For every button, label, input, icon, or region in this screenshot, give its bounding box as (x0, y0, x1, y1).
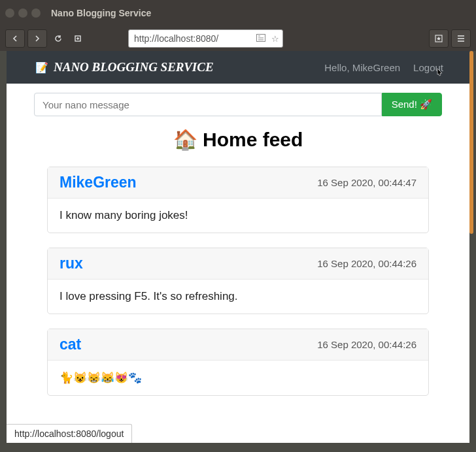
url-input[interactable] (129, 33, 254, 44)
post-timestamp: 16 Sep 2020, 00:44:26 (317, 339, 416, 350)
window-close-icon[interactable] (5, 8, 14, 18)
post-author-link[interactable]: rux (60, 255, 83, 272)
menu-button[interactable] (451, 29, 471, 48)
browser-toolbar: ☆ (0, 26, 476, 51)
reload-button[interactable] (50, 29, 67, 48)
feed-title: 🏠 Home feed (34, 128, 442, 151)
post-card: cat 16 Sep 2020, 00:44:26 🐈😺😸😹😻🐾 (47, 329, 429, 396)
status-bar: http://localhost:8080/logout (7, 424, 132, 443)
page-content: 📝 NANO BLOGGING SERVICE Hello, MikeGreen… (7, 51, 469, 443)
logout-link[interactable]: Logout (413, 62, 443, 73)
forward-button[interactable] (27, 29, 47, 48)
home-button[interactable] (69, 29, 86, 48)
post-card: rux 16 Sep 2020, 00:44:26 I love pressin… (47, 248, 429, 314)
window-minimize-icon[interactable] (18, 8, 27, 18)
greeting-text: Hello, MikeGreen (324, 62, 400, 73)
post-timestamp: 16 Sep 2020, 00:44:26 (317, 258, 416, 269)
message-input[interactable] (34, 93, 382, 116)
post-timestamp: 16 Sep 2020, 00:44:47 (317, 177, 416, 188)
send-button[interactable]: Send! 🚀 (382, 93, 442, 116)
window-titlebar: Nano Blogging Service (0, 0, 476, 26)
app-navbar: 📝 NANO BLOGGING SERVICE Hello, MikeGreen… (7, 51, 469, 84)
post-author-link[interactable]: cat (60, 336, 81, 353)
back-button[interactable] (5, 29, 25, 48)
compose-form: Send! 🚀 (34, 93, 442, 116)
bookmarks-button[interactable] (429, 29, 449, 48)
scrollbar-thumb[interactable] (469, 51, 473, 234)
brand-text: NANO BLOGGING SERVICE (54, 60, 214, 74)
reader-mode-icon[interactable] (254, 34, 268, 44)
post-body: I know many boring jokes! (48, 199, 428, 233)
brand[interactable]: 📝 NANO BLOGGING SERVICE (35, 60, 214, 74)
url-bar[interactable]: ☆ (128, 29, 283, 48)
post-author-link[interactable]: MikeGreen (60, 174, 137, 191)
bookmark-star-icon[interactable]: ☆ (268, 34, 282, 44)
post-body: 🐈😺😸😹😻🐾 (48, 361, 428, 395)
post-card: MikeGreen 16 Sep 2020, 00:44:47 I know m… (47, 167, 429, 233)
window-maximize-icon[interactable] (31, 8, 41, 18)
scrollbar[interactable] (469, 51, 473, 443)
window-title: Nano Blogging Service (51, 8, 151, 18)
brand-emoji-icon: 📝 (35, 61, 48, 74)
post-body: I love pressing F5. It's so refreshing. (48, 280, 428, 314)
